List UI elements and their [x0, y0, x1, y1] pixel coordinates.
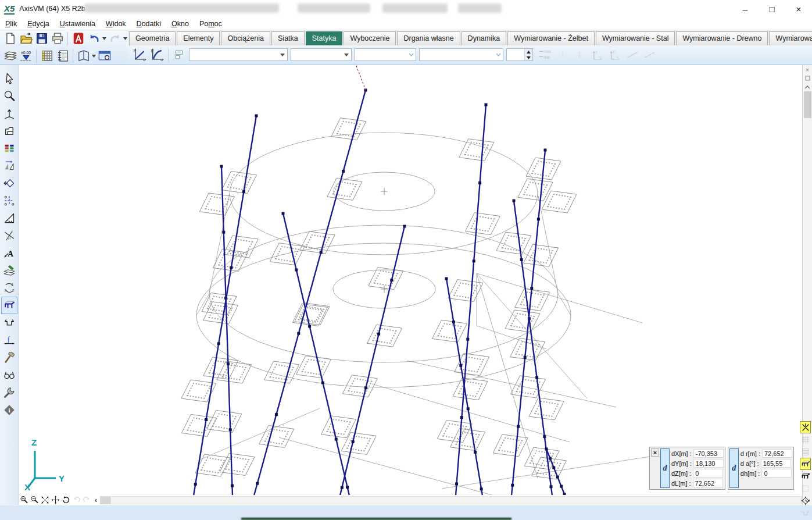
nonlinear-static-analysis-button[interactable]: Pu — [149, 47, 166, 63]
tab-statyka[interactable]: Statyka — [306, 31, 343, 45]
hscroll-track[interactable] — [110, 496, 802, 504]
layer-manager-button[interactable] — [2, 49, 18, 63]
tab-wyboczenie[interactable]: Wyboczenie — [344, 31, 396, 45]
minimize-button[interactable]: – — [732, 0, 759, 17]
menu-edycja[interactable]: Edycja — [22, 20, 55, 28]
pan-button[interactable] — [50, 496, 60, 505]
tool-zoom[interactable] — [1, 87, 17, 105]
menu-okno[interactable]: Okno — [166, 20, 194, 28]
tool-geometry-tools[interactable] — [1, 174, 17, 192]
open-model-button[interactable] — [18, 31, 34, 46]
tab-wymiarowanie-drewno[interactable]: Wymiarowanie - Drewno — [676, 31, 768, 45]
iso-lines-button[interactable] — [554, 47, 571, 63]
linear-static-analysis-button[interactable]: Pu — [131, 47, 149, 63]
result-component-combo[interactable] — [291, 48, 352, 61]
load-case-combo[interactable] — [189, 48, 288, 61]
tool-mean-values[interactable]: ∫ — [1, 332, 17, 349]
menu-widok[interactable]: Widok — [101, 20, 131, 28]
diagram-y-x-button[interactable]: yx — [589, 47, 606, 63]
chevron-down-icon[interactable] — [406, 49, 416, 60]
section-segment-toggle[interactable] — [800, 507, 811, 519]
chevron-down-icon[interactable] — [342, 49, 351, 60]
scale-spinner[interactable] — [506, 48, 533, 61]
envelope-combo[interactable] — [419, 48, 503, 61]
tool-geometric-transformations[interactable] — [1, 157, 17, 174]
tool-selection[interactable] — [1, 70, 17, 87]
redo-dropdown[interactable] — [123, 31, 128, 46]
tool-edit-polyline[interactable] — [1, 314, 17, 332]
model-canvas[interactable]: ZYX ‹ ×ddX[m] :-70,353dY[m] :18,130dZ[m]… — [19, 65, 802, 505]
report-maker-button[interactable] — [55, 49, 70, 63]
undo-view-button[interactable] — [71, 496, 81, 505]
iso-surfaces-button[interactable] — [571, 47, 589, 63]
tab-dynamika[interactable]: Dynamika — [462, 31, 507, 45]
tool-workplanes[interactable] — [1, 122, 17, 140]
beam-display-toggle[interactable] — [800, 458, 811, 470]
undo-button[interactable] — [86, 31, 102, 46]
pdf-export-button[interactable] — [70, 31, 86, 46]
tool-dimension-lines[interactable]: A — [1, 244, 17, 262]
section-line-1-button[interactable] — [624, 47, 641, 63]
tab-siatka[interactable]: Siatka — [271, 31, 305, 45]
tool-renumbering[interactable]: 123 — [1, 279, 17, 297]
spinner-up-icon[interactable] — [525, 49, 532, 55]
hscroll-thumb[interactable] — [100, 496, 110, 504]
tab-geometria[interactable]: Geometria — [129, 31, 176, 45]
coordinate-value[interactable]: -70,353 — [693, 449, 724, 458]
snap-grid-toggle[interactable] — [800, 433, 811, 446]
storey-level-button[interactable]: ±0.00 — [18, 49, 34, 63]
tab-wymiarowanie-stal[interactable]: Wymiarowanie - Stal — [596, 31, 675, 45]
result-display-parameters-button[interactable] — [171, 47, 189, 63]
tool-color-coding[interactable] — [1, 140, 17, 157]
save-to-drawings-library-button[interactable] — [96, 49, 112, 63]
snap-intersection-toggle[interactable] — [800, 421, 811, 433]
tool-model-info[interactable]: i — [1, 401, 17, 419]
coordinate-value[interactable]: 72,652 — [693, 479, 723, 487]
beam-display-solid-toggle[interactable] — [800, 470, 811, 482]
undo-dropdown[interactable] — [102, 31, 107, 46]
scroll-up-icon[interactable] — [803, 83, 812, 91]
tool-model-check[interactable] — [1, 349, 17, 366]
diagram-force-button[interactable]: Fq — [606, 47, 624, 63]
tool-background-layers[interactable] — [1, 262, 17, 279]
delta-toggle-button[interactable]: d — [660, 448, 670, 488]
tab-wymiarowanie-żelbet[interactable]: Wymiarowanie - Żelbet — [507, 31, 595, 45]
min-max-values-button[interactable]: maxmin — [536, 47, 554, 63]
coordinate-value[interactable]: 18,130 — [693, 459, 724, 468]
tab-drgania-własne[interactable]: Drgania własne — [397, 31, 460, 45]
save-model-button[interactable] — [34, 31, 49, 46]
delta-toggle-button[interactable]: d — [729, 448, 739, 488]
chevron-down-icon[interactable] — [278, 49, 287, 60]
tool-beam-detailing[interactable] — [1, 297, 17, 314]
table-browser-button[interactable] — [39, 49, 55, 63]
section-line-2-button[interactable] — [641, 47, 659, 63]
tool-service-settings[interactable] — [1, 384, 17, 401]
menu-ustawienia[interactable]: Ustawienia — [55, 20, 101, 28]
coordinate-value[interactable]: 0 — [693, 469, 723, 478]
spinner-down-icon[interactable] — [525, 55, 532, 60]
close-button[interactable]: × — [785, 0, 812, 17]
coordinate-value[interactable]: 72,652 — [762, 449, 792, 458]
child-restore-icon[interactable] — [803, 74, 812, 83]
tab-obciążenia[interactable]: Obciążenia — [221, 31, 270, 45]
display-mode-combo[interactable] — [355, 48, 416, 61]
print-button[interactable] — [49, 31, 65, 46]
tab-elementy[interactable]: Elementy — [177, 31, 220, 45]
tool-display-options[interactable] — [1, 366, 17, 384]
drawings-library-button[interactable] — [76, 49, 91, 63]
redo-view-button[interactable] — [81, 496, 92, 505]
zoom-in-button[interactable] — [19, 496, 29, 505]
close-icon[interactable]: × — [651, 448, 659, 457]
menu-dodatki[interactable]: Dodatki — [131, 20, 166, 28]
menu-pomoc[interactable]: Pomoc — [194, 20, 227, 28]
coordinate-value[interactable]: 0 — [761, 469, 792, 478]
drawings-library-dropdown[interactable] — [91, 49, 96, 63]
tool-intersect-delete[interactable]: R — [1, 227, 17, 244]
tab-wymiarowanie-mur[interactable]: Wymiarowanie - Mur — [769, 31, 812, 45]
tool-views[interactable] — [1, 105, 17, 122]
redo-button[interactable] — [107, 31, 123, 46]
menu-plik[interactable]: Plik — [0, 20, 22, 28]
child-close-icon[interactable]: × — [803, 65, 812, 74]
zoom-out-button[interactable] — [29, 496, 40, 505]
local-systems-toggle[interactable] — [800, 494, 811, 507]
